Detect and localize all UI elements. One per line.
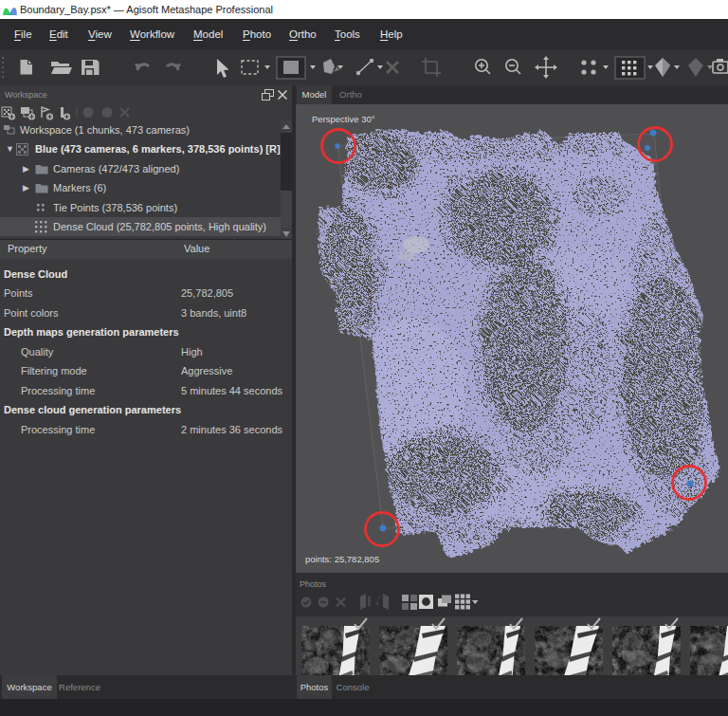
svg-text:Perspective 30°: Perspective 30° [312, 114, 375, 124]
svg-text:points: 25,782,805: points: 25,782,805 [305, 554, 379, 564]
